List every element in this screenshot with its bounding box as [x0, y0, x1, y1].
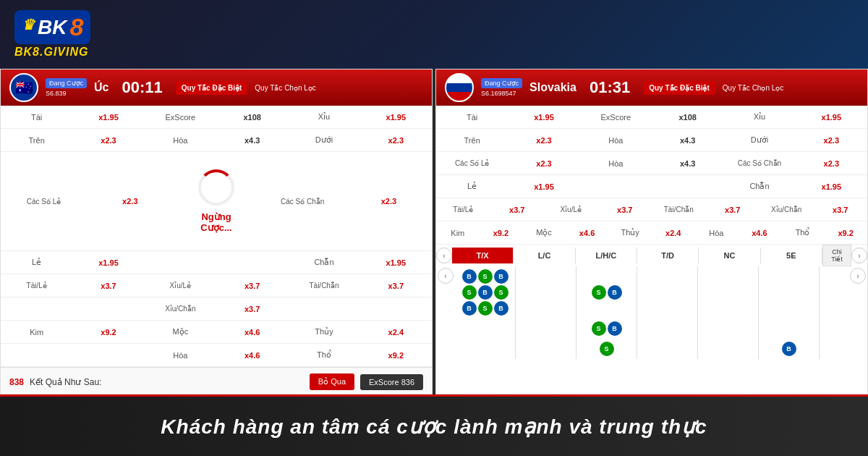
r5c2: x3.7 — [72, 279, 144, 293]
stop-betting-text: Ngừng Cược... — [193, 211, 239, 233]
s-ball3: S — [600, 342, 614, 356]
b-ball2: B — [608, 321, 622, 336]
grid-header-row: T/X L/C L/H/C T/D NC 5E — [452, 248, 822, 263]
right-panel: Đang Cược S6.1698547 Slovakia 01:31 Quy … — [435, 69, 868, 394]
right-row-5: Tài/Lẻ x3.7 Xỉu/Lẻ x3.7 Tài/Chẵn x3.7 Xỉ… — [436, 198, 867, 221]
r1c2: x1.95 — [72, 110, 144, 124]
r5bc2 — [72, 306, 144, 312]
grid-header-lc: L/C — [514, 248, 575, 263]
bet-row-3: Các Số Lẻ x2.3 Ngừng Cược... Các Số Chẵn… — [1, 152, 432, 251]
australia-flag: 🇦🇺 — [9, 73, 38, 102]
b-ball3: B — [782, 342, 796, 356]
r2c3: Hòa — [145, 133, 216, 148]
bet-row-5b: Xỉu/Chẵn x3.7 — [1, 297, 432, 321]
ball-s4: S — [478, 301, 493, 316]
grid-scroll-right[interactable]: › — [850, 268, 866, 284]
logo-eight: 8 — [69, 13, 83, 41]
r6bc4: x4.6 — [216, 348, 288, 363]
left-betting-badge: Đang Cược — [46, 78, 87, 89]
r5c6: x3.7 — [360, 279, 432, 293]
r1c1: Tài — [1, 110, 72, 124]
r5bc1 — [1, 306, 72, 312]
right-bet-table: Tài x1.95 ExScore x108 Xỉu x1.95 Trên x2… — [436, 106, 867, 245]
result-number: 838 — [9, 377, 24, 387]
crown-icon: ♛ — [22, 16, 35, 33]
left-s-number: S6.839 — [46, 90, 87, 97]
gc6r3: B — [759, 339, 820, 359]
gc4r2 — [637, 318, 698, 339]
r2c6: x2.3 — [360, 133, 432, 148]
grid-header-5e: 5E — [761, 248, 822, 263]
header: ♛ BK 8 BK8.GIVING — [0, 0, 868, 69]
gc1r1: B S B S B S B S B — [455, 266, 516, 318]
right-row-3: Các Số Lẻ x2.3 Hòa x4.3 Các Số Chẵn x2.3 — [436, 152, 867, 175]
bet-row-4: Lẻ x1.95 Chẵn x1.95 — [1, 251, 432, 274]
logo-giving: BK8.GIVING — [14, 46, 88, 59]
loading-spinner — [198, 169, 234, 206]
exscore-button[interactable]: ExScore 836 — [360, 374, 423, 390]
right-row-1: Tài x1.95 ExScore x108 Xỉu x1.95 — [436, 106, 867, 129]
right-panel-header: Đang Cược S6.1698547 Slovakia 01:31 Quy … — [436, 69, 867, 106]
grid-header-tx: T/X — [452, 248, 514, 263]
r5c4: x3.7 — [216, 279, 288, 293]
footer-banner: Khách hàng an tâm cá cược lành mạnh và t… — [0, 394, 868, 456]
r4c1: Lẻ — [1, 255, 72, 270]
grid-data-row-2: S B — [436, 318, 867, 339]
scroll-left-btn[interactable]: ‹ — [436, 248, 452, 263]
r6c1: Kim — [1, 325, 72, 339]
r1c5: Xỉu — [288, 109, 359, 124]
ball-b3: B — [478, 285, 493, 300]
r5bc4: x3.7 — [216, 302, 288, 316]
r5bc5 — [288, 306, 359, 312]
result-description: Kết Quả Như Sau: — [30, 377, 101, 387]
r6c6: x2.4 — [360, 325, 432, 339]
r5c3: Xỉu/Lẻ — [145, 279, 216, 292]
r6bc5: Thổ — [288, 347, 359, 363]
right-btn-special[interactable]: Quy Tắc Đặc Biệt — [643, 81, 715, 95]
r6c5: Thủy — [288, 324, 359, 339]
right-country-name: Slovakia — [529, 81, 576, 94]
bo-qua-button[interactable]: Bỏ Qua — [310, 373, 354, 390]
right-btn-filter[interactable]: Quy Tắc Chọn Lọc — [723, 84, 784, 92]
ball-b5: B — [494, 301, 509, 316]
right-row-4: Lẻ x1.95 Chẵn x1.95 — [436, 175, 867, 198]
r1c6: x1.95 — [360, 110, 432, 124]
bet-row-1: Tài x1.95 ExScore x108 Xỉu x1.95 — [1, 106, 432, 129]
grid-data-row-3: S B — [436, 339, 867, 359]
gc6r2 — [759, 318, 820, 339]
ball-b2: B — [494, 269, 509, 284]
gc2r3 — [516, 339, 576, 359]
gc3r2: S B — [576, 318, 637, 339]
left-btn-special[interactable]: Quy Tắc Đặc Biệt — [176, 81, 248, 95]
logo-bk8: ♛ BK 8 — [14, 10, 90, 44]
r6c3: Mộc — [145, 324, 216, 339]
result-section: 838 Kết Quả Như Sau: Bỏ Qua ExScore 836 … — [1, 367, 432, 394]
left-btn-filter[interactable]: Quy Tắc Chọn Lọc — [255, 84, 316, 92]
r3c1: Các Số Lẻ — [1, 195, 87, 208]
s-ball1: S — [592, 285, 606, 300]
grid-scroll-left[interactable]: ‹ — [438, 268, 454, 284]
bet-row-5: Tài/Lẻ x3.7 Xỉu/Lẻ x3.7 Tài/Chẵn x3.7 — [1, 274, 432, 297]
b-ball1: B — [608, 285, 622, 300]
ball-s2: S — [462, 285, 477, 300]
r4c5: Chẵn — [288, 255, 359, 270]
grid-header-td: T/D — [637, 248, 699, 263]
ball-b4: B — [462, 301, 477, 316]
r4c3 — [145, 260, 216, 266]
ball-s3: S — [494, 285, 509, 300]
gc2r1 — [516, 266, 576, 318]
spinner-area: Ngừng Cược... — [179, 155, 253, 248]
grid-section: ‹ T/X L/C L/H/C T/D NC 5E ChiTiết › ‹ B — [436, 245, 867, 359]
gc2r2 — [516, 318, 576, 339]
scroll-right-btn[interactable]: › — [851, 248, 867, 263]
grid-header-lhc: L/H/C — [576, 248, 637, 263]
r2c4: x4.3 — [216, 133, 288, 148]
gc5r2 — [698, 318, 759, 339]
right-betting-badge: Đang Cược — [481, 78, 522, 89]
slovakia-flag — [445, 73, 474, 102]
footer-text: Khách hàng an tâm cá cược lành mạnh và t… — [161, 415, 707, 439]
ball-b1: B — [462, 269, 477, 284]
chi-tiet-label: ChiTiết — [822, 245, 851, 266]
spinner-cell: Ngừng Cược... — [173, 152, 259, 250]
r5bc6 — [360, 306, 432, 312]
